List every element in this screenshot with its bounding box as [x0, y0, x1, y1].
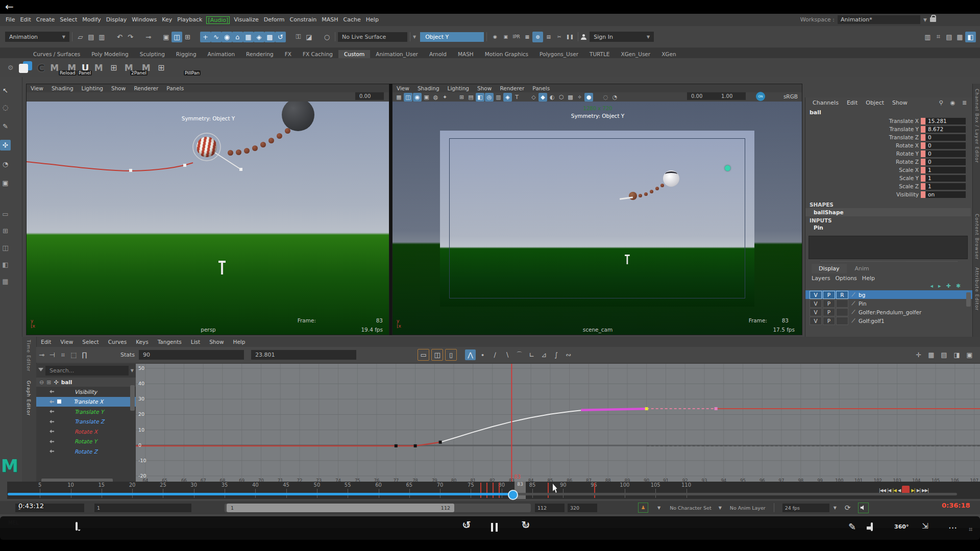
menubar-item[interactable]: Constrain	[287, 16, 320, 24]
layout-icon[interactable]: ▥	[922, 32, 933, 42]
curve-area[interactable]: 8364656667686970717273747576777879808182…	[136, 364, 980, 484]
chevron-down-icon[interactable]: ▼	[923, 17, 927, 22]
layer-reference-toggle[interactable]	[836, 317, 848, 325]
layer-editor-tab[interactable]: Display	[812, 264, 847, 273]
playback-button[interactable]: |◀◀	[879, 488, 886, 493]
scene-persp[interactable]: Symmetry: Object Y	[27, 102, 389, 335]
channel-label[interactable]: Rotate Y	[896, 151, 919, 157]
channel-value-field[interactable]: 15.281	[926, 118, 966, 124]
graph-tool-icon[interactable]: ∏	[79, 349, 90, 360]
graph-option-icon[interactable]: ▤	[939, 349, 949, 360]
channel-box-menu-item[interactable]: Edit	[844, 99, 861, 106]
annotate-icon[interactable]: ✎	[848, 521, 856, 532]
shelf-tab[interactable]: Rigging	[170, 50, 202, 58]
channel-label[interactable]: Scale Z	[899, 183, 919, 189]
shelf-tab[interactable]: Custom	[338, 50, 370, 58]
video-360-icon[interactable]: 360°	[894, 523, 909, 530]
viewport-persp[interactable]: ViewShadingLightingShowRendererPanels Sy…	[26, 84, 389, 335]
menuset-dropdown[interactable]: Animation▼	[5, 32, 69, 42]
channel-label[interactable]: Translate Y	[890, 126, 919, 132]
viewport-toolbar-icon[interactable]: ▤	[467, 93, 475, 102]
viewport-toolbar-icon[interactable]: ▣	[422, 93, 431, 102]
channel-label[interactable]: Scale X	[899, 167, 919, 173]
layout-icon[interactable]: ▤	[944, 32, 954, 42]
graph-editor-menu-item[interactable]: Select	[78, 339, 103, 345]
layer-visible-toggle[interactable]: V	[810, 308, 822, 316]
frame-view-icon[interactable]: ▯	[445, 349, 457, 361]
time-slider[interactable]: 5101520253035404550556065707580859095100…	[7, 482, 794, 499]
lasso-tool-icon[interactable]: ◌	[0, 102, 11, 113]
outliner-channel-row[interactable]: Rotate Z	[36, 446, 136, 457]
viewport-menu-item[interactable]: Shading	[47, 85, 78, 91]
viewport-toolbar-icon[interactable]: T	[512, 93, 521, 102]
viewport-toolbar-icon[interactable]: ▥	[494, 93, 503, 102]
video-progress-handle[interactable]	[508, 490, 518, 500]
toolbar-icon[interactable]: ▱	[75, 32, 86, 42]
layer-playback-toggle[interactable]: P	[823, 308, 835, 316]
layout-outliner-icon[interactable]: ◧	[0, 259, 11, 270]
viewport-menu-item[interactable]: View	[393, 85, 413, 91]
anim-layer-dropdown[interactable]: No Anim Layer	[730, 505, 766, 511]
layer-playback-toggle[interactable]: P	[823, 317, 835, 325]
viewport-menu-item[interactable]: Show	[107, 85, 130, 91]
layers-icon[interactable]: ≣	[960, 98, 969, 107]
channel-label[interactable]: Translate X	[889, 118, 919, 124]
layer-action-icon[interactable]: ◂	[930, 283, 934, 289]
layout-icon[interactable]: ⌗	[933, 32, 944, 42]
shape-node[interactable]: ballShape	[805, 208, 971, 216]
layer-editor-menu-item[interactable]: Options	[835, 275, 856, 282]
graph-editor-menu-item[interactable]: Keys	[131, 339, 153, 345]
menubar-item[interactable]: MASH	[319, 16, 340, 24]
layer-row[interactable]: V P ⟋ Golf:golf1	[805, 316, 973, 325]
toolbar-icon[interactable]: ◪	[304, 32, 314, 42]
fps-dropdown[interactable]: 24 fps	[782, 504, 829, 512]
shelf-tab[interactable]: Curves / Surfaces	[28, 50, 86, 58]
graph-tool-icon[interactable]: ⊣	[47, 349, 58, 360]
channel-value-field[interactable]: 0	[926, 151, 966, 157]
channel-box-menu-item[interactable]: Object	[863, 99, 887, 106]
stats-frame-field[interactable]: 90	[139, 350, 244, 360]
viewport-toolbar-icon[interactable]: ●	[584, 93, 593, 102]
graph-editor-menu-item[interactable]: Curves	[104, 339, 131, 345]
layer-action-icon[interactable]: ✱	[956, 283, 961, 289]
tangent-icon[interactable]: ⊿	[538, 349, 549, 360]
render-icon[interactable]: ❚❚	[565, 32, 575, 42]
select-tool-icon[interactable]: ↖	[0, 85, 11, 96]
outliner-channel-row[interactable]: Translate Y	[36, 407, 136, 417]
menubar-item[interactable]: Select	[57, 16, 80, 24]
viewport-menu-item[interactable]: Panels	[528, 85, 554, 91]
more-options-icon[interactable]: …	[948, 520, 957, 531]
viewport-toolbar-icon[interactable]: ◧	[476, 93, 484, 102]
shelf-tab[interactable]: TURTLE	[584, 50, 616, 58]
layer-name[interactable]: bg	[859, 292, 865, 298]
viewport-menu-item[interactable]: Renderer	[496, 85, 528, 91]
viewport-toolbar-icon[interactable]: ◫	[404, 93, 412, 102]
render-icon[interactable]: ▤	[543, 32, 554, 42]
layer-visible-toggle[interactable]: V	[810, 299, 822, 308]
viewport-toolbar-icon[interactable]: ◇	[529, 93, 538, 102]
layout-single-icon[interactable]: ▭	[0, 209, 11, 219]
shelf-item-maya[interactable]: M	[91, 63, 106, 73]
layer-name[interactable]: Golfer:Pendulum_golfer	[859, 309, 921, 315]
outliner-channel-row[interactable]: Rotate X	[36, 427, 136, 437]
tangent-icon[interactable]: ∖	[502, 349, 512, 360]
exit-fullscreen-icon[interactable]: ⇲	[922, 521, 928, 531]
channel-name[interactable]: Rotate X	[57, 429, 97, 435]
viewport-menu-item[interactable]: View	[27, 85, 47, 91]
graph-option-icon[interactable]: ▣	[964, 349, 975, 360]
channel-value-field[interactable]: 0	[926, 142, 966, 149]
menubar-item[interactable]: Edit	[17, 16, 33, 24]
render-icon[interactable]: ▣	[500, 32, 511, 42]
layer-name[interactable]: Golf:golf1	[859, 318, 885, 324]
view-transform-label[interactable]: sRGB	[783, 93, 798, 99]
loop-icon[interactable]: ⟳	[845, 504, 851, 512]
filter-icon[interactable]	[38, 368, 43, 374]
outliner-channel-row[interactable]: Translate Z	[36, 417, 136, 427]
viewport-menu-item[interactable]: Lighting	[78, 85, 107, 91]
channel-value-field[interactable]: 1	[926, 175, 966, 182]
captions-icon[interactable]	[76, 523, 78, 530]
shelf-tab[interactable]: MASH	[452, 50, 479, 58]
shelf-item-squares[interactable]	[18, 61, 35, 74]
toolbar-icon[interactable]: ▣	[161, 32, 172, 42]
viewport-toolbar-icon[interactable]: ▦	[395, 93, 403, 102]
